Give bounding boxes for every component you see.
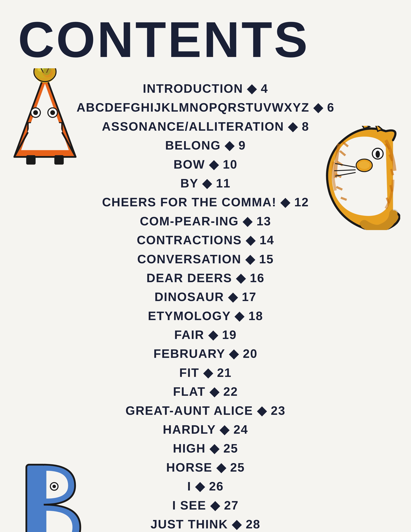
page: CONTENTS xyxy=(0,0,411,532)
svg-point-5 xyxy=(33,110,38,115)
letter-c-illustration xyxy=(325,126,400,230)
toc-item: FEBRUARY ◆ 20 xyxy=(153,344,257,363)
toc-item: BELONG ◆ 9 xyxy=(165,136,246,155)
toc-item: FLAT ◆ 22 xyxy=(173,382,238,401)
toc-item: CONVERSATION ◆ 15 xyxy=(137,250,274,268)
svg-point-7 xyxy=(50,110,55,115)
toc-item: FAIR ◆ 19 xyxy=(174,325,237,344)
letter-b-illustration xyxy=(18,461,104,532)
toc-item: CHEERS FOR THE COMMA! ◆ 12 xyxy=(102,193,309,211)
toc-item: INTRODUCTION ◆ 4 xyxy=(143,79,268,98)
letter-a-illustration xyxy=(7,68,83,167)
toc-item: DEAR DEERS ◆ 16 xyxy=(147,268,264,287)
toc-item: I ◆ 26 xyxy=(187,477,224,496)
toc-item: HIGH ◆ 25 xyxy=(173,439,238,458)
page-title: CONTENTS xyxy=(18,14,393,65)
svg-rect-30 xyxy=(26,465,45,532)
toc-item: DINOSAUR ◆ 17 xyxy=(155,287,256,306)
svg-point-24 xyxy=(376,151,380,158)
toc-item: JUST THINK ◆ 28 xyxy=(151,515,260,532)
toc-item: COM-PEAR-ING ◆ 13 xyxy=(140,212,271,231)
toc-item: GREAT-AUNT ALICE ◆ 23 xyxy=(126,401,286,420)
svg-rect-3 xyxy=(29,123,61,131)
toc-item: HARDLY ◆ 24 xyxy=(163,420,248,439)
toc-item: BY ◆ 11 xyxy=(180,174,231,193)
toc-item: ETYMOLOGY ◆ 18 xyxy=(148,306,263,325)
toc-item: CONTRACTIONS ◆ 14 xyxy=(137,231,274,249)
svg-point-29 xyxy=(359,161,370,169)
toc-item: HORSE ◆ 25 xyxy=(166,458,245,477)
toc-item: ABCDEFGHIJKLMNOPQRSTUVWXYZ ◆ 6 xyxy=(77,98,334,117)
toc-item: ASSONANCE/ALLITERATION ◆ 8 xyxy=(102,117,309,136)
svg-rect-9 xyxy=(54,155,64,165)
svg-rect-8 xyxy=(26,155,36,165)
toc-item: FIT ◆ 21 xyxy=(179,363,232,382)
toc-item: I SEE ◆ 27 xyxy=(172,496,239,515)
toc-item: BOW ◆ 10 xyxy=(174,155,238,174)
svg-point-32 xyxy=(52,484,56,488)
